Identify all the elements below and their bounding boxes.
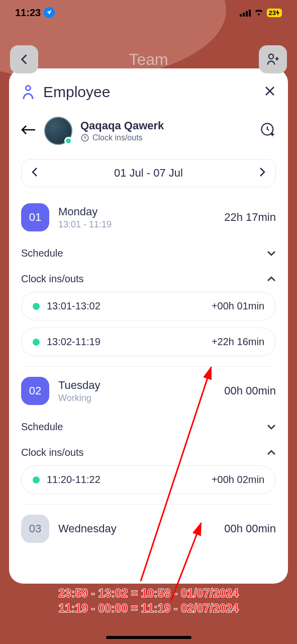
status-dot-icon	[33, 476, 40, 484]
page-title: Team	[129, 50, 168, 69]
schedule-toggle[interactable]: Schedule	[21, 240, 276, 266]
prev-week-button[interactable]	[32, 167, 38, 179]
chevron-up-icon	[267, 276, 276, 282]
chevron-down-icon	[267, 424, 276, 430]
schedule-toggle[interactable]: Schedule	[21, 414, 276, 440]
svg-point-1	[26, 86, 30, 90]
date-range: 01 Jul - 07 Jul	[114, 167, 183, 180]
day-name: Wednesday	[58, 522, 215, 535]
day-number: 03	[21, 515, 49, 543]
employee-name: Qaqaqa Qawerk	[80, 119, 252, 132]
back-arrow[interactable]	[21, 124, 36, 138]
clockinout-toggle[interactable]: Clock ins/outs	[21, 266, 276, 292]
modal-title: Employee	[43, 84, 110, 101]
day-name: Tuesday	[58, 379, 215, 392]
home-indicator[interactable]	[106, 636, 191, 639]
day-header[interactable]: 03 Wednesday 00h 00min	[21, 515, 276, 543]
day-subtitle: Working	[58, 393, 215, 404]
status-dot-icon	[33, 303, 40, 310]
status-bar: 11:23 23	[0, 0, 297, 25]
employee-subtitle: Clock ins/outs	[80, 133, 252, 142]
day-block: 01 Monday 13:01 - 11:19 22h 17min Schedu…	[21, 203, 276, 356]
online-status-dot	[64, 137, 72, 145]
add-user-button[interactable]	[259, 45, 287, 73]
punch-row[interactable]: 11:20-11:22 +00h 02min	[21, 465, 276, 494]
day-header[interactable]: 02 Tuesday Working 00h 00min	[21, 377, 276, 405]
day-total: 00h 00min	[224, 522, 276, 535]
annotation-overlay: 23:59 - 13:02 = 10:58 - 01/07/2024 11:19…	[0, 586, 297, 616]
day-number: 01	[21, 203, 49, 231]
clockinout-toggle[interactable]: Clock ins/outs	[21, 440, 276, 465]
next-week-button[interactable]	[259, 167, 265, 179]
day-name: Monday	[58, 205, 215, 218]
add-clock-button[interactable]	[260, 122, 276, 140]
svg-point-0	[269, 54, 273, 59]
signal-icon	[240, 9, 251, 17]
chevron-down-icon	[267, 251, 276, 256]
punch-row[interactable]: 13:01-13:02 +00h 01min	[21, 292, 276, 320]
day-block: 03 Wednesday 00h 00min	[21, 515, 276, 543]
day-block: 02 Tuesday Working 00h 00min Schedule Cl…	[21, 377, 276, 494]
status-time: 11:23	[15, 7, 41, 19]
punch-row[interactable]: 13:02-11:19 +22h 16min	[21, 328, 276, 356]
avatar[interactable]	[44, 117, 72, 145]
day-header[interactable]: 01 Monday 13:01 - 11:19 22h 17min	[21, 203, 276, 231]
chevron-up-icon	[267, 450, 276, 455]
status-dot-icon	[33, 339, 40, 346]
back-button[interactable]	[10, 45, 38, 73]
day-total: 00h 00min	[224, 384, 276, 397]
day-number: 02	[21, 377, 49, 405]
person-icon	[21, 84, 35, 100]
location-icon	[44, 7, 55, 18]
wifi-icon	[254, 8, 264, 18]
battery-icon: 23	[267, 9, 282, 17]
top-nav: Team	[0, 45, 297, 73]
day-total: 22h 17min	[224, 211, 276, 224]
clock-icon	[80, 133, 89, 142]
close-button[interactable]	[264, 85, 276, 99]
employee-modal: Employee Qaqaqa Qawerk Clock ins/outs	[9, 68, 288, 584]
date-selector: 01 Jul - 07 Jul	[21, 159, 276, 187]
day-subtitle: 13:01 - 11:19	[58, 219, 215, 230]
